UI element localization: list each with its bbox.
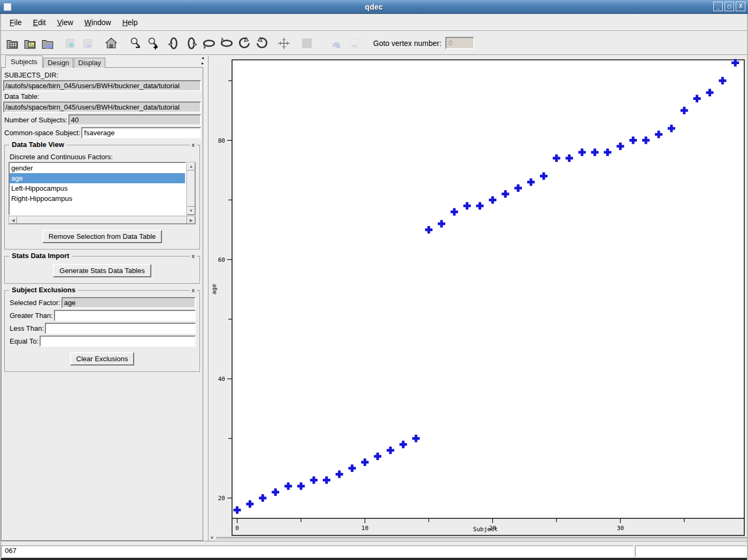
factors-listbox[interactable]: gender age Left-Hippocampus Right-Hippoc… — [9, 162, 186, 215]
rotate-left-icon[interactable] — [166, 35, 182, 51]
plot-area — [232, 60, 744, 518]
clear-exclusions-button[interactable]: Clear Exclusions — [70, 352, 135, 365]
list-item-age[interactable]: age — [10, 173, 185, 183]
statusbar: 067 — [0, 546, 748, 557]
data-table-field[interactable] — [3, 102, 201, 113]
common-space-field[interactable] — [81, 127, 201, 138]
less-than-input[interactable] — [45, 323, 196, 334]
data-table-view-close-icon[interactable]: x — [190, 142, 197, 148]
save-view-icon[interactable] — [346, 35, 362, 51]
vscroll-thumb[interactable] — [187, 170, 195, 207]
menu-help[interactable]: Help — [121, 17, 140, 28]
subject-exclusions-close-icon[interactable]: x — [190, 287, 197, 293]
subjects-dir-label: SUBJECTS_DIR: — [4, 71, 201, 79]
load-data-table-icon[interactable] — [4, 35, 20, 51]
scroll-right-icon[interactable]: ▶ — [187, 216, 195, 224]
tab-display[interactable]: Display — [74, 58, 105, 68]
data-table-label: Data Table: — [4, 92, 201, 100]
minimize-button[interactable]: _ — [713, 2, 723, 11]
load-surface-icon[interactable] — [40, 35, 56, 51]
x-axis-label: Subject — [473, 526, 498, 533]
left-panel: Subjects Design Display ◂ ▸ SUBJECTS_DIR… — [0, 56, 205, 541]
greater-than-input[interactable] — [54, 310, 196, 321]
less-than-label: Less Than: — [10, 324, 44, 332]
svg-text:60: 60 — [218, 256, 225, 263]
svg-text:20: 20 — [218, 495, 225, 502]
scroll-left-icon[interactable]: ◀ — [9, 216, 17, 224]
titlebar[interactable]: qdec _ □ X — [0, 0, 748, 14]
factors-label: Discrete and Continuous Factors: — [10, 153, 196, 161]
menu-file[interactable]: File — [8, 17, 24, 28]
subjects-tab-panel: SUBJECTS_DIR: Data Table: Number of Subj… — [1, 67, 203, 541]
svg-text:80: 80 — [218, 137, 225, 144]
svg-text:40: 40 — [218, 376, 225, 383]
svg-text:30: 30 — [617, 525, 624, 532]
subject-exclusions-section: Subject Exclusions x Selected Factor: Gr… — [4, 290, 200, 372]
age-scatter-plot[interactable]: 010203020406080Subjectage — [209, 56, 748, 536]
scroll-down-icon[interactable]: ▼ — [187, 207, 195, 215]
tab-bar: Subjects Design Display — [5, 56, 106, 68]
reset-view-icon[interactable] — [103, 35, 119, 51]
svg-text:0: 0 — [235, 525, 239, 532]
greater-than-label: Greater Than: — [10, 312, 53, 320]
list-item-gender[interactable]: gender — [10, 163, 185, 173]
rotate-up-icon[interactable] — [219, 35, 235, 51]
stats-data-import-section: Stats Data Import x Generate Stats Data … — [4, 256, 200, 284]
factors-hscrollbar[interactable]: ◀ ▶ — [9, 216, 196, 224]
menubar: File Edit View Window Help — [0, 14, 748, 31]
plot-region: 010203020406080Subjectage ✕ ▲ — [209, 56, 748, 541]
goto-vertex-label: Goto vertex number: — [373, 39, 442, 48]
goto-vertex-input[interactable] — [445, 37, 474, 49]
scroll-up-icon[interactable]: ▲ — [187, 162, 195, 170]
rotate-down-icon[interactable] — [201, 35, 217, 51]
list-item-right-hippocampus[interactable]: Right-Hippocampus — [10, 193, 185, 204]
remove-selection-button[interactable]: Remove Selection from Data Table — [42, 230, 163, 243]
menu-view[interactable]: View — [56, 17, 75, 28]
save-data-table-icon[interactable] — [63, 35, 79, 51]
main-area: Subjects Design Display ◂ ▸ SUBJECTS_DIR… — [0, 56, 748, 541]
stats-data-import-title: Stats Data Import — [9, 252, 72, 260]
window-border-bottom — [0, 558, 748, 560]
y-axis-label: age — [211, 284, 218, 294]
rotate-right-icon[interactable] — [183, 35, 199, 51]
hscroll-thumb[interactable] — [17, 216, 187, 224]
plot-hscrollbar[interactable] — [216, 537, 747, 540]
data-table-view-section: Data Table View x Discrete and Continuou… — [4, 145, 200, 250]
stats-data-import-close-icon[interactable]: x — [190, 253, 197, 259]
tab-design[interactable]: Design — [43, 58, 73, 68]
pane-collapse-left-icon[interactable]: ◂ — [200, 56, 205, 61]
roll-right-icon[interactable] — [254, 35, 270, 51]
selected-factor-label: Selected Factor: — [10, 299, 60, 307]
num-subjects-label: Number of Subjects: — [4, 116, 67, 124]
close-button[interactable]: X — [736, 2, 745, 11]
factors-vscrollbar[interactable]: ▲ ▼ — [187, 162, 196, 215]
window-title: qdec — [0, 3, 748, 11]
pane-expand-right-icon[interactable]: ▸ — [200, 61, 205, 66]
subject-exclusions-title: Subject Exclusions — [9, 286, 78, 294]
menu-edit[interactable]: Edit — [32, 17, 48, 28]
maximize-button[interactable]: □ — [724, 2, 734, 11]
zoom-out-icon[interactable] — [127, 35, 143, 51]
crosshair-icon[interactable] — [276, 35, 292, 51]
list-item-left-hippocampus[interactable]: Left-Hippocampus — [10, 183, 185, 193]
selected-factor-field[interactable] — [61, 297, 196, 308]
roll-left-icon[interactable] — [236, 35, 252, 51]
num-subjects-field[interactable] — [68, 114, 201, 126]
status-right-field — [635, 546, 747, 557]
svg-text:10: 10 — [361, 525, 368, 532]
data-table-view-title: Data Table View — [9, 141, 67, 149]
subjects-dir-field[interactable] — [3, 80, 201, 91]
screenshot-icon[interactable] — [299, 35, 315, 51]
window-border-left — [0, 0, 1, 560]
common-space-label: Common-space Subject: — [4, 129, 80, 137]
plot-hscroll-close-icon[interactable]: ✕ — [210, 536, 214, 540]
tab-subjects[interactable]: Subjects — [5, 56, 43, 68]
zoom-in-icon[interactable] — [145, 35, 161, 51]
restore-view-icon[interactable] — [328, 35, 344, 51]
load-project-icon[interactable] — [22, 35, 38, 51]
save-project-icon[interactable] — [80, 35, 96, 51]
generate-stats-button[interactable]: Generate Stats Data Tables — [53, 264, 151, 277]
equal-to-input[interactable] — [40, 336, 196, 347]
equal-to-label: Equal To: — [10, 337, 38, 345]
menu-window[interactable]: Window — [83, 17, 113, 28]
